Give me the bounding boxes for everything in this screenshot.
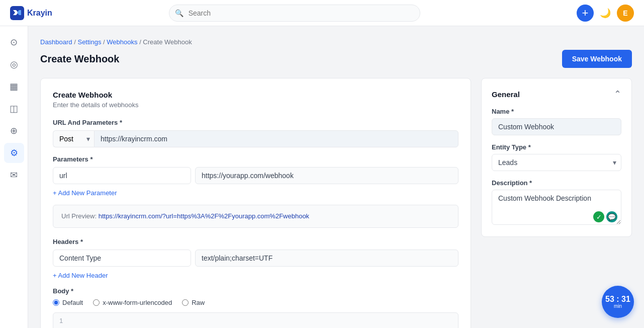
- body-urlencoded-radio[interactable]: x-www-form-urlencoded: [93, 299, 172, 306]
- navbar: Krayin 🔍 + 🌙 E: [0, 0, 644, 26]
- general-panel-header: General ⌃: [492, 89, 621, 100]
- app-name: Krayin: [27, 9, 52, 18]
- parameters-label: Parameters *: [53, 155, 458, 163]
- body-radios: Default x-www-form-urlencoded Raw: [53, 299, 458, 306]
- body-urlencoded-input[interactable]: [93, 299, 100, 306]
- timer-unit: min: [614, 303, 622, 309]
- page-header: Create Webhook Save Webhook: [40, 50, 632, 68]
- sidebar-item-leads[interactable]: ⊕: [4, 121, 24, 141]
- header-key-input[interactable]: [53, 250, 191, 267]
- add-header-button[interactable]: + Add New Header: [53, 272, 108, 279]
- general-panel-title: General: [492, 90, 520, 99]
- param-value-input[interactable]: [195, 167, 458, 184]
- search-bar: 🔍: [169, 5, 420, 22]
- breadcrumb-dashboard[interactable]: Dashboard: [40, 38, 72, 46]
- form-panel-subtitle: Enter the details of webhooks: [53, 101, 458, 109]
- sidebar-item-activities[interactable]: ▦: [4, 76, 24, 97]
- header-value-input[interactable]: [195, 250, 458, 267]
- breadcrumb-webhooks[interactable]: Webhooks: [107, 38, 137, 46]
- description-label: Description *: [492, 179, 621, 187]
- sidebar: ⊙ ◎ ▦ ◫ ⊕ ⚙ ✉: [0, 26, 28, 328]
- avatar-button[interactable]: E: [617, 5, 634, 22]
- content-layout: Create Webhook Enter the details of webh…: [40, 78, 632, 328]
- method-select-wrap: Post Get Put Delete Patch: [53, 130, 94, 147]
- emoji-btn-green[interactable]: ✓: [593, 211, 604, 222]
- body-line-area: 1: [53, 312, 458, 329]
- sidebar-item-deals[interactable]: ◫: [4, 99, 24, 119]
- body-raw-radio[interactable]: Raw: [182, 299, 205, 306]
- name-field-label: Name *: [492, 108, 621, 115]
- save-webhook-button[interactable]: Save Webhook: [562, 50, 632, 68]
- add-param-button[interactable]: + Add New Parameter: [53, 189, 117, 197]
- timer-display: 53 : 31: [605, 295, 630, 304]
- body-default-radio[interactable]: Default: [53, 299, 83, 306]
- body-label: Body *: [53, 287, 458, 295]
- navbar-actions: + 🌙 E: [577, 5, 634, 22]
- param-row: [53, 167, 458, 184]
- search-input[interactable]: [169, 5, 420, 22]
- headers-label: Headers *: [53, 238, 458, 245]
- header-row: [53, 250, 458, 267]
- url-preview: Url Preview: https://krayincrm.com/?url=…: [53, 205, 458, 228]
- entity-type-label: Entity Type *: [492, 143, 621, 151]
- collapse-button[interactable]: ⌃: [614, 89, 621, 100]
- app-logo: Krayin: [10, 6, 90, 20]
- logo-icon: [10, 6, 24, 20]
- body-raw-input[interactable]: [182, 299, 189, 306]
- main-content: Dashboard / Settings / Webhooks / Create…: [28, 26, 644, 328]
- textarea-icons: ✓ 💬: [593, 211, 617, 222]
- search-icon: 🔍: [175, 9, 183, 17]
- url-preview-value: https://krayincrm.com/?url=https%3A%2F%2…: [99, 212, 309, 220]
- sidebar-item-contacts[interactable]: ◎: [4, 54, 24, 74]
- emoji-btn-teal[interactable]: 💬: [606, 211, 617, 222]
- form-panel: Create Webhook Enter the details of webh…: [40, 78, 471, 328]
- breadcrumb-settings[interactable]: Settings: [77, 38, 101, 46]
- body-line-number: 1: [59, 317, 63, 324]
- page-title: Create Webhook: [40, 53, 119, 65]
- entity-type-select[interactable]: Leads Contacts Deals Activities: [492, 154, 621, 171]
- method-select[interactable]: Post Get Put Delete Patch: [53, 130, 94, 147]
- sidebar-item-dashboard[interactable]: ⊙: [4, 32, 24, 52]
- sidebar-item-settings[interactable]: ⚙: [4, 143, 24, 163]
- breadcrumb-current: Create Webhook: [143, 38, 192, 46]
- url-input[interactable]: [94, 130, 458, 147]
- name-field-input[interactable]: [492, 118, 621, 135]
- param-key-input[interactable]: [53, 167, 191, 184]
- entity-type-select-wrap: Leads Contacts Deals Activities: [492, 154, 621, 171]
- description-wrap: Custom Webhook Description ✓ 💬: [492, 190, 621, 226]
- url-section-label: URL And Parameters *: [53, 119, 458, 126]
- add-button[interactable]: +: [577, 5, 594, 22]
- form-panel-title: Create Webhook: [53, 91, 458, 99]
- url-row: Post Get Put Delete Patch: [53, 130, 458, 147]
- timer-circle: 53 : 31 min: [602, 286, 634, 318]
- breadcrumb: Dashboard / Settings / Webhooks / Create…: [40, 38, 632, 46]
- body-default-input[interactable]: [53, 299, 59, 306]
- dark-mode-icon[interactable]: 🌙: [600, 8, 611, 19]
- sidebar-item-emails[interactable]: ✉: [4, 165, 24, 185]
- general-panel: General ⌃ Name * Entity Type * Leads Con…: [481, 78, 632, 237]
- url-preview-label: Url Preview:: [61, 212, 99, 220]
